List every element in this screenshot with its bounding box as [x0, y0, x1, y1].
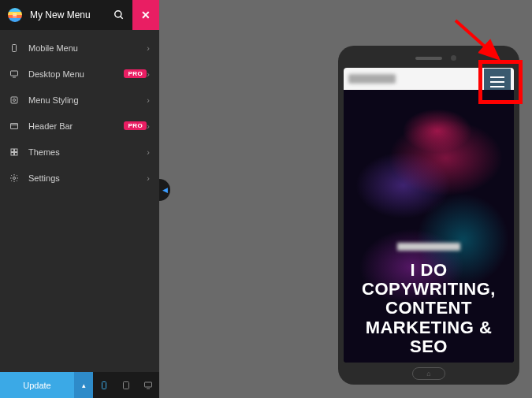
chevron-right-icon: › [147, 95, 150, 105]
menu-item-label: Themes [28, 147, 147, 157]
svg-point-13 [13, 177, 16, 179]
close-button[interactable]: ✕ [132, 0, 159, 30]
svg-point-6 [13, 99, 16, 101]
header-icon [9, 121, 24, 131]
site-logo-blurred [348, 74, 396, 84]
hero-subtitle-blurred [397, 243, 460, 251]
svg-rect-9 [11, 149, 14, 152]
menu-list: Mobile Menu › Desktop Menu PRO › Menu St… [0, 30, 159, 372]
device-mobile-button[interactable] [93, 372, 115, 398]
menu-item-settings[interactable]: Settings › [0, 165, 159, 191]
menu-item-header-bar[interactable]: Header Bar PRO › [0, 113, 159, 139]
phone-camera [451, 55, 456, 61]
hero-line: MARKETING & [366, 318, 493, 337]
svg-rect-10 [15, 149, 18, 152]
gear-icon [9, 173, 24, 183]
hero-line: I DO [410, 260, 447, 280]
device-tablet-button[interactable] [115, 372, 137, 398]
svg-line-1 [121, 17, 123, 19]
menu-item-label: Header Bar [28, 121, 119, 131]
svg-rect-7 [11, 123, 18, 128]
chevron-right-icon: › [147, 173, 150, 183]
hero-text: I DO COPYWRITING, CONTENT MARKETING & SE… [344, 242, 514, 356]
collapse-sidebar-tab[interactable]: ◀ [159, 179, 170, 201]
device-switcher [93, 372, 159, 398]
device-desktop-button[interactable] [137, 372, 159, 398]
desktop-icon [9, 69, 24, 79]
menu-item-themes[interactable]: Themes › [0, 139, 159, 165]
svg-rect-11 [11, 152, 14, 155]
svg-point-0 [115, 11, 121, 17]
themes-icon [9, 147, 24, 157]
svg-rect-5 [11, 97, 17, 103]
pro-badge: PRO [124, 121, 147, 130]
menu-item-label: Desktop Menu [28, 69, 119, 79]
hero-section: I DO COPYWRITING, CONTENT MARKETING & SE… [344, 90, 514, 363]
phone-home-button[interactable]: ⌂ [412, 367, 445, 380]
svg-rect-12 [15, 152, 18, 155]
menu-item-label: Settings [28, 173, 147, 183]
phone-preview: I DO COPYWRITING, CONTENT MARKETING & SE… [338, 46, 519, 385]
site-header [344, 68, 514, 90]
mobile-icon [9, 43, 24, 53]
menu-item-desktop-menu[interactable]: Desktop Menu PRO › [0, 61, 159, 87]
chevron-right-icon: › [147, 43, 150, 53]
menu-item-label: Menu Styling [28, 95, 147, 105]
hero-line: SEO [410, 337, 448, 356]
menu-item-label: Mobile Menu [28, 43, 147, 53]
hero-line: COPYWRITING, [362, 279, 496, 299]
update-button[interactable]: Update [0, 372, 74, 398]
phone-screen: I DO COPYWRITING, CONTENT MARKETING & SE… [344, 68, 514, 363]
settings-sidebar: ≡ My New Menu ✕ Mobile Menu › Desktop Me… [0, 0, 159, 398]
chevron-right-icon: › [147, 147, 150, 157]
menu-item-menu-styling[interactable]: Menu Styling › [0, 87, 159, 113]
search-icon[interactable] [106, 9, 132, 20]
phone-speaker [415, 57, 442, 60]
svg-rect-15 [124, 381, 129, 389]
chevron-right-icon: › [147, 121, 150, 131]
svg-rect-3 [11, 71, 18, 76]
svg-rect-16 [145, 382, 152, 387]
styling-icon [9, 95, 24, 105]
svg-rect-14 [102, 381, 106, 389]
sidebar-footer: Update ▴ [0, 372, 159, 398]
chevron-right-icon: › [147, 69, 150, 79]
menu-item-mobile-menu[interactable]: Mobile Menu › [0, 35, 159, 61]
hero-line: CONTENT [385, 298, 472, 318]
update-dropdown-toggle[interactable]: ▴ [74, 372, 93, 398]
pro-badge: PRO [124, 69, 147, 78]
sidebar-header: ≡ My New Menu ✕ [0, 0, 159, 30]
svg-rect-2 [13, 44, 17, 51]
phone-frame: I DO COPYWRITING, CONTENT MARKETING & SE… [338, 46, 519, 385]
app-logo: ≡ [0, 8, 30, 22]
panel-title: My New Menu [30, 9, 106, 20]
